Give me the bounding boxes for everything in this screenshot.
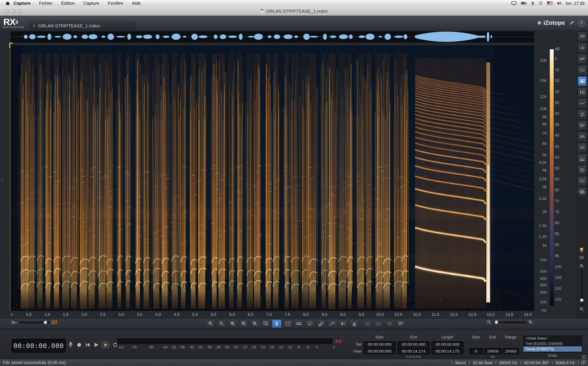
frequency-selection-button[interactable]	[294, 320, 304, 328]
battery-icon[interactable]	[521, 1, 527, 5]
freq-range-value[interactable]: 24000	[503, 348, 519, 354]
colormap-chip[interactable]	[580, 248, 583, 254]
apple-menu-icon[interactable]	[6, 1, 10, 6]
menu-clock[interactable]: lun. 17:33	[566, 1, 585, 6]
horizontal-zoom-slider[interactable]	[494, 322, 526, 323]
menu-item-0[interactable]: Capture	[14, 1, 30, 6]
zoom-vertical-button[interactable]	[250, 320, 260, 328]
resample-button[interactable]	[578, 132, 587, 141]
bluetooth-icon[interactable]	[531, 1, 534, 5]
menu-item-5[interactable]: Aide	[132, 1, 141, 6]
sel-length-value[interactable]: 00:00:00.000	[431, 342, 464, 347]
display-icon[interactable]	[511, 1, 517, 5]
freq-end-value[interactable]: 24000	[484, 348, 502, 354]
sel-start-value[interactable]: 00:00:00.000	[364, 342, 396, 347]
vertical-zoom-knob[interactable]	[580, 298, 583, 302]
spectral-repair-button[interactable]	[578, 76, 587, 86]
play-icon[interactable]	[94, 342, 99, 348]
zoom-in-button[interactable]	[206, 320, 215, 328]
deconstruct-button[interactable]	[578, 176, 587, 186]
view-length-value[interactable]: 00:00:14.175	[431, 348, 464, 354]
db-colorbar[interactable]	[550, 49, 554, 306]
zoom-in-icon	[208, 321, 213, 326]
spectrogram-settings-chip[interactable]	[579, 255, 584, 260]
menu-item-3[interactable]: Capture	[83, 1, 99, 6]
menu-item-2[interactable]: Édition	[61, 1, 75, 6]
lasso-selection-button[interactable]	[305, 320, 315, 328]
go-to-start-icon[interactable]	[85, 342, 90, 348]
zoom-out-button[interactable]	[217, 320, 226, 328]
zoom-reset-button[interactable]	[261, 320, 271, 328]
help-button[interactable]: ?	[578, 20, 585, 27]
history-item[interactable]: <Initial State>	[523, 336, 582, 341]
menu-item-4[interactable]: Fenêtre	[108, 1, 123, 6]
dither-button[interactable]	[578, 143, 587, 152]
meter-tick: -6	[306, 345, 309, 350]
denoise-button[interactable]	[578, 65, 587, 75]
magic-wand-icon	[329, 321, 335, 326]
sync-icon[interactable]	[538, 1, 543, 5]
overview-height-knob[interactable]	[44, 321, 47, 324]
event-log-button[interactable]	[396, 320, 405, 328]
zoom-horizontal-button[interactable]	[239, 320, 249, 328]
channel-ops-button[interactable]	[578, 110, 587, 119]
window-titlebar: ORLAN STRIPTEASE_1.rxdoc	[0, 6, 588, 16]
overview-height-slider[interactable]	[20, 322, 50, 323]
dehum-button[interactable]	[578, 54, 587, 64]
record-icon[interactable]	[76, 342, 82, 348]
meter-tick: -60	[148, 345, 154, 350]
microphone-icon[interactable]	[68, 342, 74, 348]
panel-collapse-handle[interactable]: ‹	[1, 175, 6, 184]
tab-label: ORLAN STRIPTEASE_1.rxdoc	[38, 23, 100, 28]
history-item[interactable]: Trim [512031 1192406]	[523, 341, 582, 346]
sel-end-value[interactable]: 00:00:00.000	[397, 342, 430, 347]
volume-icon[interactable]	[557, 1, 562, 5]
declip-button[interactable]	[578, 32, 587, 41]
brush-selection-button[interactable]	[316, 320, 326, 328]
declick-button[interactable]	[578, 43, 587, 53]
spectrogram-canvas[interactable]	[10, 45, 534, 311]
time-frequency-selection-button[interactable]	[283, 320, 293, 328]
freq-start-value[interactable]: 0	[469, 348, 483, 354]
play-selection-icon[interactable]	[102, 342, 109, 348]
spectral-repair-icon	[579, 79, 585, 84]
overview-waveform-canvas[interactable]	[10, 31, 534, 42]
tab-close-icon[interactable]: ✕	[33, 24, 36, 28]
horizontal-zoom-knob[interactable]	[495, 320, 498, 324]
freq-label: 7k	[542, 131, 547, 136]
plugin-button[interactable]	[578, 165, 587, 175]
horizontal-zoom-in-icon[interactable]	[528, 320, 533, 325]
waveform-overview[interactable]	[10, 31, 535, 43]
hand-tool-button[interactable]	[350, 320, 359, 328]
spectrum-analyzer-button[interactable]	[578, 154, 587, 164]
view-start-value[interactable]: 00:00:00.000	[364, 348, 396, 354]
time-selection-button[interactable]	[272, 320, 281, 328]
db-tick: 45	[555, 144, 559, 149]
history-item[interactable]: Declip [0 680375]	[523, 346, 582, 352]
us-flag-icon[interactable]	[547, 1, 553, 5]
zoom-selection-button[interactable]	[228, 320, 237, 328]
layout-toggle-icon[interactable]	[582, 355, 586, 359]
settings-wrench-icon[interactable]	[568, 20, 576, 26]
resize-grip-icon[interactable]	[581, 360, 586, 365]
view-end-value[interactable]: 00:00:14.174	[397, 348, 430, 354]
time-pitch-button[interactable]	[578, 121, 587, 130]
horizontal-zoom-out-icon[interactable]	[486, 320, 492, 325]
eq-button[interactable]	[578, 99, 587, 108]
meter-tick: -12	[287, 345, 292, 350]
spectrogram-display[interactable]	[10, 45, 534, 311]
magic-wand-button[interactable]	[328, 320, 337, 328]
vertical-zoom-in-icon[interactable]	[579, 264, 585, 269]
scrub-tool-button[interactable]	[338, 320, 348, 328]
vertical-zoom-out-icon[interactable]	[579, 307, 585, 312]
time-tick: 5,0	[192, 312, 198, 317]
document-tab[interactable]: ✕ ORLAN STRIPTEASE_1.rxdoc	[29, 21, 135, 30]
spectrogram-grid-icon[interactable]	[52, 320, 57, 325]
menu-item-1[interactable]: Fichier	[39, 1, 52, 6]
batch-button[interactable]	[578, 188, 587, 197]
preset-b-button	[374, 320, 383, 328]
db-tick: 50	[555, 155, 559, 160]
time-tick: 10,5	[395, 312, 402, 317]
gain-button[interactable]	[578, 88, 587, 97]
waveform-overview-icon[interactable]	[11, 320, 18, 325]
